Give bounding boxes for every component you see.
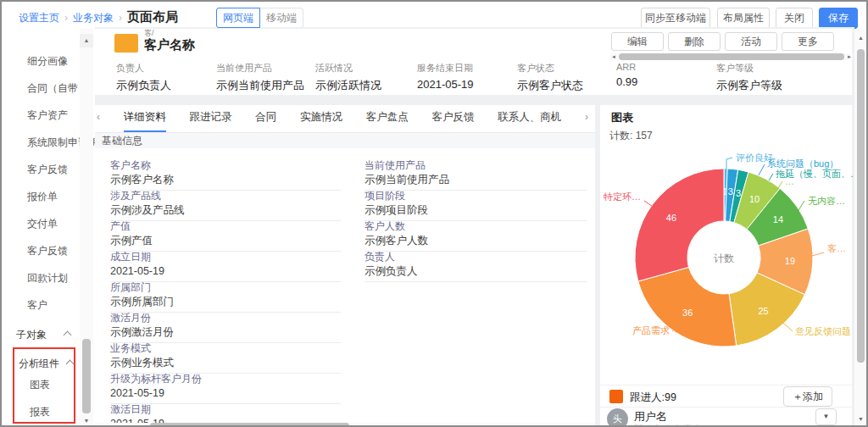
field-left-value: 示例产值 <box>110 235 341 252</box>
slice-value-label: 3 <box>728 186 733 197</box>
field-left-row: 业务模式示例业务模式 <box>110 342 341 373</box>
slice-value-label: 10 <box>749 194 760 204</box>
header-field: 客户状态示例客户状态 <box>517 62 583 93</box>
sidebar-item-8[interactable]: 回款计划 <box>27 271 68 286</box>
tab-2[interactable]: 合同 <box>255 110 276 132</box>
header-field-value: 2021-05-19 <box>417 78 474 91</box>
activity-button[interactable]: 活动 <box>725 32 777 51</box>
field-left-value: 2021-05-19 <box>110 265 341 282</box>
slice-name-label: 系统问题（bug） <box>767 158 838 169</box>
header-field-value: 0.99 <box>616 75 637 88</box>
slice-name-label: 客… <box>827 243 846 253</box>
page-title: 页面布局 <box>127 9 178 24</box>
main-scrollbar-thumb[interactable] <box>857 49 865 363</box>
follower-icon <box>609 390 623 403</box>
sidebar-scrollbar-thumb[interactable] <box>82 339 91 413</box>
close-button[interactable]: 关闭 <box>776 8 813 29</box>
header-field-label: 负责人 <box>116 62 171 75</box>
header-field-label: 客户状态 <box>517 62 583 75</box>
donut-center-label: 计数 <box>702 252 746 266</box>
breadcrumb-settings-home[interactable]: 设置主页 <box>19 12 59 24</box>
field-right-label: 项目阶段 <box>364 190 587 202</box>
edit-button[interactable]: 编辑 <box>611 32 664 51</box>
scroll-down-icon[interactable]: ▼ <box>854 413 867 425</box>
sidebar-item-0[interactable]: 细分画像 <box>27 54 68 69</box>
toggle-mobile-view[interactable]: 移动端 <box>259 8 303 28</box>
delete-button[interactable]: 删除 <box>668 32 721 51</box>
scroll-left-icon[interactable]: ◄ <box>610 53 617 60</box>
chevron-up-icon[interactable] <box>64 331 72 340</box>
user-dropdown-button[interactable]: ▼ <box>815 408 837 425</box>
tab-bar: ‹ 详细资料跟进记录合同实施情况客户盘点客户反馈联系人、商机 › <box>97 110 588 133</box>
follower-label: 跟进人:99 <box>630 391 676 405</box>
tabs-next-icon[interactable]: › <box>585 110 588 123</box>
actions-hscrollbar-thumb[interactable] <box>619 53 844 60</box>
slice-value-label: 46 <box>666 213 676 223</box>
scroll-up-icon[interactable]: ▲ <box>854 32 867 44</box>
slice-value-label: 36 <box>682 308 693 318</box>
object-avatar-icon <box>114 34 138 53</box>
detail-hscrollbar-thumb[interactable] <box>150 423 349 427</box>
field-left-value: 2021-05-19 <box>110 387 341 404</box>
header-field: 当前使用产品示例当前使用产品 <box>216 62 304 93</box>
slice-name-label: … <box>785 176 794 186</box>
sync-to-mobile-button[interactable]: 同步至移动端 <box>641 8 710 29</box>
slice-name-label: 意见反馈问题 <box>795 326 851 336</box>
toggle-web-view[interactable]: 网页端 <box>216 8 260 28</box>
tab-3[interactable]: 实施情况 <box>300 110 342 132</box>
slice-name-label: 特定环… <box>603 191 641 202</box>
tabs-prev-icon[interactable]: ‹ <box>97 110 100 123</box>
slice-value-label: 19 <box>785 256 795 266</box>
field-left-value: 示例业务模式 <box>110 357 341 374</box>
header-field-value: 示例客户等级 <box>716 78 782 93</box>
section-header: 基础信息 <box>95 133 595 148</box>
layout-properties-button[interactable]: 布局属性 <box>717 8 770 29</box>
sidebar-item-7[interactable]: 客户反馈 <box>27 244 68 258</box>
field-left-row: 激活月份示例激活月份 <box>110 312 341 342</box>
field-right-value: 示例负责人 <box>364 265 587 282</box>
field-right-row: 客户人数示例客户人数 <box>364 220 587 251</box>
field-left-row: 所属部门示例所属部门 <box>110 281 341 312</box>
slice-value-label: 14 <box>773 214 783 225</box>
header-field-value: 示例客户状态 <box>517 78 583 93</box>
sidebar-item-9[interactable]: 客户 <box>27 298 47 313</box>
sidebar-item-6[interactable]: 交付单 <box>27 217 58 231</box>
field-left-label: 成立日期 <box>110 251 341 263</box>
add-follower-button[interactable]: ＋添加 <box>783 386 832 407</box>
field-left-label: 业务模式 <box>110 342 341 354</box>
scroll-right-icon[interactable]: ► <box>846 53 853 60</box>
page-layout-editor: 设置主页›业务对象›页面布局 网页端移动端 同步至移动端 布局属性 关闭 保存 … <box>0 0 868 427</box>
more-button[interactable]: 更多 <box>782 32 834 51</box>
analysis-highlight-box <box>13 347 75 424</box>
top-bar: 设置主页›业务对象›页面布局 网页端移动端 同步至移动端 布局属性 关闭 保存 <box>2 2 866 27</box>
sidebar-item-4[interactable]: 客户反馈 <box>27 163 68 177</box>
field-left-label: 激活日期 <box>110 403 341 415</box>
field-left-row: 产值示例产值 <box>110 220 341 251</box>
breadcrumb-business-object[interactable]: 业务对象 <box>73 12 114 24</box>
field-left-label: 所属部门 <box>110 281 341 293</box>
header-field-value: 示例活跃情况 <box>315 78 381 93</box>
scroll-down-icon[interactable]: ▼ <box>80 415 93 427</box>
tab-0[interactable]: 详细资料 <box>124 110 166 132</box>
field-left-label: 产值 <box>110 220 341 232</box>
field-right-label: 当前使用产品 <box>364 159 587 171</box>
tab-5[interactable]: 客户反馈 <box>432 110 475 132</box>
sidebar-item-5[interactable]: 报价单 <box>27 190 58 204</box>
save-button[interactable]: 保存 <box>819 8 858 29</box>
field-right-value: 示例项目阶段 <box>364 204 587 221</box>
tab-6[interactable]: 联系人、商机 <box>498 110 561 132</box>
field-right-row: 项目阶段示例项目阶段 <box>364 190 587 220</box>
header-field-label: ARR <box>616 62 637 72</box>
user-subtitle: 职位名称 负责人 <box>634 423 702 427</box>
field-left-label: 涉及产品线 <box>110 190 341 202</box>
header-field: 服务结束日期2021-05-19 <box>417 62 474 91</box>
field-left-row: 客户名称示例客户名称 <box>110 159 341 190</box>
record-title: 客户名称 <box>144 37 195 53</box>
tab-1[interactable]: 跟进记录 <box>190 110 232 132</box>
breadcrumb-separator-icon: › <box>64 12 68 24</box>
sidebar-item-2[interactable]: 客户资产 <box>27 108 68 123</box>
scroll-up-icon[interactable]: ▲ <box>80 34 93 47</box>
header-field-label: 当前使用产品 <box>216 62 304 75</box>
sidebar-group-subobject[interactable]: 子对象 <box>16 328 47 342</box>
tab-4[interactable]: 客户盘点 <box>366 110 409 132</box>
